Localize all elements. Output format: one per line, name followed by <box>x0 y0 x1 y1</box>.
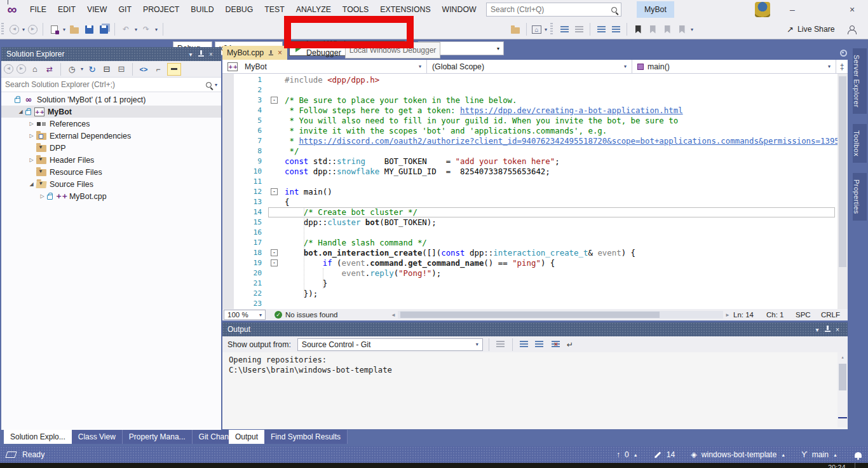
window-position-icon[interactable]: ▾ <box>186 51 196 58</box>
goto-message-icon[interactable] <box>495 339 506 350</box>
home-icon[interactable]: ⌂ <box>29 64 41 75</box>
next-message-icon[interactable] <box>534 339 545 350</box>
output-title-bar[interactable]: Output ▾ × <box>222 322 848 336</box>
editor-horizontal-scrollbar[interactable]: ◄ ► <box>389 310 732 319</box>
pin-icon[interactable] <box>196 50 206 59</box>
forward-icon[interactable]: ► <box>17 64 26 74</box>
code-line[interactable]: 19- if (event.command.get_command_name()… <box>222 258 848 268</box>
solution-search-box[interactable]: ▾ <box>1 78 221 92</box>
output-source-dropdown[interactable]: Source Control - Git▾ <box>297 338 483 351</box>
refresh-icon[interactable]: ↻ <box>86 64 98 75</box>
tree-item-mybot[interactable]: ◢++MyBot <box>1 106 221 118</box>
column-indicator[interactable]: Ch: 1 <box>766 311 796 319</box>
attach-to-process-icon[interactable] <box>510 24 521 35</box>
side-tab-toolbox[interactable]: Toolbox <box>853 124 867 163</box>
type-scope-dropdown[interactable]: (Global Scope) ▾ <box>427 60 632 73</box>
output-scrollbar[interactable]: ▾ <box>837 352 848 427</box>
push-count[interactable]: 0 <box>625 450 629 459</box>
toolbar-grip[interactable] <box>550 23 553 36</box>
navigate-back-dropdown-icon[interactable]: ▾ <box>22 27 25 32</box>
redo-dropdown-icon[interactable]: ▾ <box>155 27 158 32</box>
repo-dropdown-icon[interactable]: ▲ <box>781 453 785 457</box>
expander-icon[interactable]: ◢ <box>16 109 25 114</box>
word-wrap-icon[interactable]: ↵ <box>564 339 576 350</box>
tree-item-mybot-cpp[interactable]: ▷++MyBot.cpp <box>1 190 221 202</box>
menu-item-file[interactable]: FILE <box>24 5 52 14</box>
code-line[interactable]: 20 event.reply("Pong!"); <box>222 268 848 279</box>
branch-dropdown-icon[interactable]: ▲ <box>833 453 837 457</box>
minimize-button[interactable]: – <box>779 0 806 19</box>
menu-item-tools[interactable]: TOOLS <box>337 5 374 14</box>
close-button[interactable]: × <box>839 0 865 19</box>
new-project-dropdown-icon[interactable]: ▾ <box>63 27 65 32</box>
previous-message-icon[interactable] <box>519 339 530 350</box>
document-options-gear-icon[interactable] <box>840 50 847 57</box>
collapse-all-icon[interactable]: ⊟ <box>101 64 112 75</box>
save-all-icon[interactable] <box>98 24 109 35</box>
code-line[interactable]: 14 /* Create bot cluster */ <box>222 207 848 217</box>
quick-search-input[interactable] <box>491 5 611 14</box>
pending-edits-pencil-icon[interactable] <box>654 451 662 459</box>
quick-search-box[interactable] <box>486 3 621 17</box>
solution-explorer-title-bar[interactable]: Solution Explorer ▾ × <box>1 47 221 61</box>
navigate-forward-icon[interactable]: ► <box>28 25 37 34</box>
search-options-icon[interactable]: ▾ <box>215 82 217 88</box>
member-scope-dropdown[interactable]: main() ▾ <box>632 60 836 73</box>
close-icon[interactable]: × <box>832 326 843 333</box>
menu-item-extensions[interactable]: EXTENSIONS <box>374 5 436 14</box>
properties-pages-icon[interactable]: ⊟ <box>116 64 127 75</box>
indent-decrease-icon[interactable] <box>595 24 607 35</box>
tree-item-references[interactable]: ▷References <box>1 118 221 130</box>
fold-collapse-icon[interactable]: - <box>271 249 278 256</box>
code-line[interactable]: 18- bot.on_interaction_create([](const d… <box>222 248 848 258</box>
tree-item-external-dependencies[interactable]: ▷External Dependencies <box>1 130 221 142</box>
expander-icon[interactable]: ▷ <box>27 121 36 127</box>
bookmark-icon[interactable] <box>632 24 644 35</box>
menu-item-project[interactable]: PROJECT <box>137 5 185 14</box>
menu-item-build[interactable]: BUILD <box>185 5 219 14</box>
pin-icon[interactable] <box>822 326 832 334</box>
editor-vertical-scrollbar[interactable] <box>837 74 848 309</box>
live-share-button[interactable]: ↗ Live Share <box>787 19 855 39</box>
code-line[interactable]: 17 /* Handle slash command */ <box>222 238 848 248</box>
code-line[interactable]: 8 */ <box>222 146 848 156</box>
panel-tab-property-mana[interactable]: Property Mana... <box>123 430 193 444</box>
repo-name[interactable]: windows-bot-template <box>702 450 777 459</box>
navigate-back-icon[interactable]: ◄ <box>10 25 19 34</box>
menu-item-window[interactable]: WINDOW <box>437 5 482 14</box>
home-dropdown-icon[interactable]: ▾ <box>545 27 547 32</box>
avatar[interactable] <box>755 2 770 17</box>
code-line[interactable]: 12-int main() <box>222 187 848 197</box>
expander-icon[interactable]: ▷ <box>27 133 36 139</box>
expander-icon[interactable]: ▷ <box>37 193 47 199</box>
code-line[interactable]: 15 dpp::cluster bot(BOT_TOKEN); <box>222 217 848 228</box>
push-icon[interactable]: ↑ <box>616 450 620 459</box>
open-file-icon[interactable] <box>69 24 80 35</box>
code-line[interactable]: 2 <box>222 85 848 95</box>
menu-item-test[interactable]: TEST <box>259 5 290 14</box>
undo-dropdown-icon[interactable]: ▾ <box>135 27 137 32</box>
properties-wrench-icon[interactable]: ⌐ <box>153 64 164 75</box>
push-dropdown-icon[interactable]: ▲ <box>634 453 638 457</box>
toolbar-overflow-icon[interactable]: ▾ <box>691 27 693 32</box>
tree-item-source-files[interactable]: ◢▼Source Files <box>1 178 221 190</box>
sync-with-active-document-icon[interactable]: ⇄ <box>44 64 55 75</box>
panel-tab-solution-explo[interactable]: Solution Explo... <box>4 430 72 444</box>
code-line[interactable]: 23 <box>222 299 848 309</box>
code-line[interactable]: 1#include <dpp/dpp.h> <box>222 75 848 85</box>
pending-changes-filter-icon[interactable]: ◷ <box>66 64 78 75</box>
undo-icon[interactable]: ↶ <box>120 24 132 35</box>
window-position-icon[interactable]: ▾ <box>812 326 822 333</box>
code-line[interactable]: 11 <box>222 177 848 187</box>
branch-name[interactable]: main <box>812 450 829 459</box>
tree-item-dpp[interactable]: ▼DPP <box>1 142 221 154</box>
code-line[interactable]: 22 }); <box>222 289 848 299</box>
menu-item-view[interactable]: VIEW <box>81 5 112 14</box>
close-tab-icon[interactable]: × <box>278 48 282 57</box>
eol-indicator[interactable]: CRLF <box>821 311 841 319</box>
code-line[interactable]: 4 * Follow steps here to get a token: ht… <box>222 106 848 116</box>
code-line[interactable]: 13{ <box>222 197 848 207</box>
code-line[interactable]: 21 } <box>222 279 848 289</box>
pin-tab-icon[interactable] <box>268 50 273 56</box>
fold-collapse-icon[interactable]: - <box>271 188 278 195</box>
